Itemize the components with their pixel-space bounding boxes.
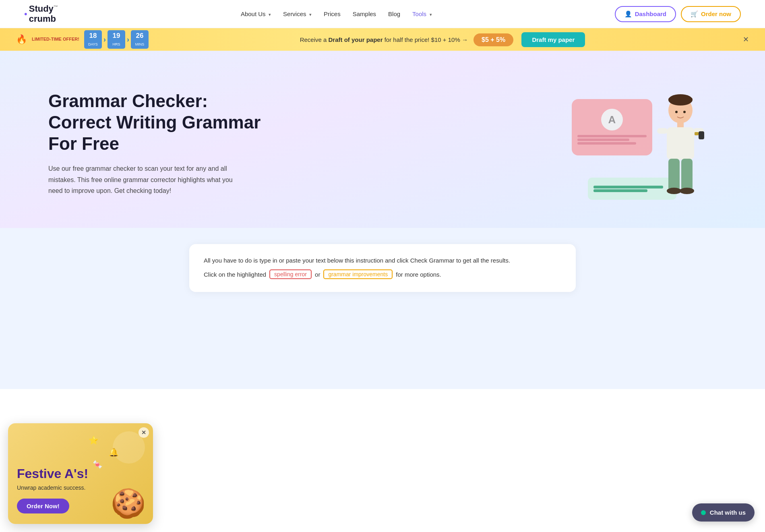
hero-content: Grammar Checker: Correct Writing Grammar… [48, 91, 274, 196]
promo-price-button[interactable]: $5 + 5% [473, 33, 513, 46]
days-label: days [88, 42, 98, 46]
promo-timer-label: LIMITED-TIME OFFER! [32, 37, 79, 42]
line1 [577, 135, 647, 137]
nav-link-tools[interactable]: Tools [412, 10, 426, 17]
nav-item-blog[interactable]: Blog [388, 10, 400, 18]
chevron-down-icon: ▾ [269, 12, 271, 17]
nav-link-about[interactable]: About Us [241, 10, 266, 17]
mins-label: mins [135, 42, 145, 46]
svg-point-13 [683, 111, 686, 113]
fire-icon: 🔥 [16, 34, 27, 45]
logo[interactable]: • Study™crumb [24, 4, 58, 23]
timer-sep: › [103, 35, 106, 44]
grade-circle: A [601, 109, 623, 130]
grammar-hints: Click on the highlighted spelling error … [204, 269, 561, 279]
svg-rect-5 [657, 128, 668, 134]
grammar-box: All you have to do is type in or paste y… [189, 244, 576, 292]
user-icon: 👤 [624, 10, 632, 18]
timer-blocks: 18 days › 19 hrs › 26 mins [84, 30, 149, 49]
nav-links: About Us ▾ Services ▾ Prices Samples Blo… [241, 10, 432, 18]
hero-card-pink: A [572, 99, 652, 155]
svg-rect-3 [677, 122, 684, 128]
nav-item-about[interactable]: About Us ▾ [241, 10, 271, 18]
hint-or: or [315, 271, 320, 278]
svg-point-12 [675, 111, 678, 113]
mins-value: 26 [134, 32, 145, 40]
timer-sep2: › [127, 35, 129, 44]
chevron-down-icon: ▾ [430, 12, 432, 17]
main-content: All you have to do is type in or paste y… [0, 228, 765, 389]
logo-dot: • [24, 9, 27, 19]
promo-text-end: for half the price! $10 + 10% → [383, 36, 468, 43]
hint-prefix: Click on the highlighted [204, 271, 266, 278]
draft-button[interactable]: Draft my paper [521, 32, 585, 47]
nav-link-blog[interactable]: Blog [388, 10, 400, 17]
line2 [577, 139, 629, 141]
grammar-improvements-badge[interactable]: grammar improvements [323, 269, 393, 279]
nav-item-tools[interactable]: Tools ▾ [412, 10, 432, 18]
hero-title: Grammar Checker: Correct Writing Grammar… [48, 91, 274, 154]
cart-icon: 🛒 [691, 10, 698, 18]
promo-banner: 🔥 LIMITED-TIME OFFER! 18 days › 19 hrs ›… [0, 28, 765, 51]
hero-section: Grammar Checker: Correct Writing Grammar… [0, 51, 765, 228]
svg-rect-7 [699, 131, 704, 139]
dashboard-label: Dashboard [635, 10, 666, 17]
nav-link-services[interactable]: Services [283, 10, 306, 17]
svg-rect-2 [668, 97, 693, 101]
promo-text-start: Receive a [300, 36, 329, 43]
timer-hrs: 19 hrs [108, 30, 125, 49]
svg-rect-9 [681, 159, 693, 191]
hint-suffix: for more options. [396, 271, 441, 278]
hero-visual: A [556, 75, 717, 212]
gline2 [593, 189, 647, 192]
days-value: 18 [87, 32, 99, 40]
hrs-label: hrs [112, 42, 120, 46]
hero-character [648, 91, 713, 212]
order-now-button[interactable]: 🛒 Order now [681, 6, 741, 22]
nav-link-samples[interactable]: Samples [353, 10, 376, 17]
promo-close-button[interactable]: ✕ [743, 35, 749, 44]
dashboard-button[interactable]: 👤 Dashboard [615, 6, 676, 22]
hero-description: Use our free grammar checker to scan you… [48, 163, 242, 196]
svg-rect-4 [667, 127, 694, 159]
logo-tm: ™ [54, 4, 58, 9]
grammar-instruction: All you have to do is type in or paste y… [204, 257, 561, 264]
svg-rect-8 [668, 159, 680, 191]
nav-item-samples[interactable]: Samples [353, 10, 376, 18]
nav-link-prices[interactable]: Prices [324, 10, 341, 17]
spelling-error-badge[interactable]: spelling error [269, 269, 312, 279]
line3 [577, 142, 636, 145]
nav-item-prices[interactable]: Prices [324, 10, 341, 18]
navbar: • Study™crumb About Us ▾ Services ▾ Pric… [0, 0, 765, 28]
hrs-value: 19 [111, 32, 122, 40]
card-lines [577, 134, 647, 146]
nav-item-services[interactable]: Services ▾ [283, 10, 312, 18]
svg-point-10 [667, 188, 681, 194]
svg-point-11 [680, 188, 694, 194]
timer-days: 18 days [84, 30, 102, 49]
promo-text-bold: Draft of your paper [329, 36, 383, 43]
chevron-down-icon: ▾ [309, 12, 312, 17]
promo-left: 🔥 LIMITED-TIME OFFER! 18 days › 19 hrs ›… [16, 30, 149, 49]
nav-actions: 👤 Dashboard 🛒 Order now [615, 6, 741, 22]
logo-text: Study™crumb [29, 4, 58, 23]
svg-rect-14 [695, 132, 699, 135]
order-label: Order now [701, 10, 731, 17]
timer-mins: 26 mins [131, 30, 149, 49]
promo-message: Receive a Draft of your paper for half t… [149, 32, 736, 47]
